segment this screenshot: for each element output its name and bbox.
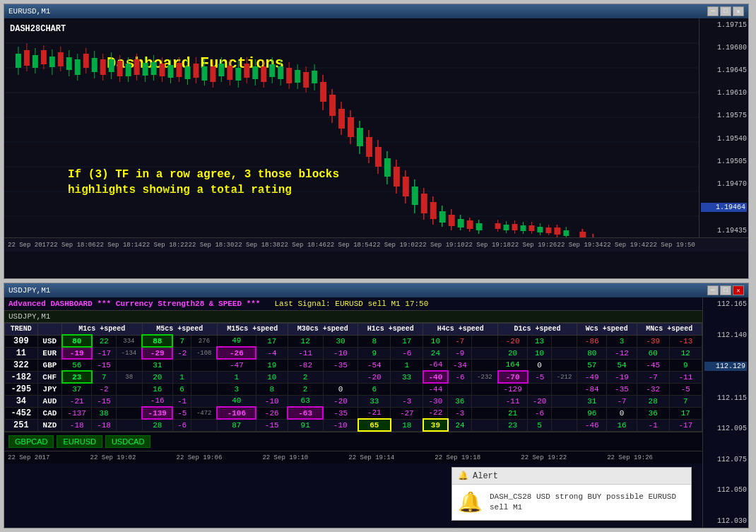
svg-rect-131 [554, 227, 560, 235]
btn-usdcad[interactable]: USDCAD [105, 435, 150, 448]
svg-rect-133 [563, 230, 569, 236]
cad-h4sp: -3 [448, 407, 472, 419]
eur-m5cs: -29 [142, 347, 172, 359]
chf-m5ex [191, 371, 218, 383]
usd-h1sp: 17 [391, 335, 423, 347]
svg-rect-41 [151, 62, 157, 75]
eur-wsp: -12 [607, 347, 637, 359]
svg-rect-95 [384, 158, 391, 177]
nzd-m30cs: 91 [288, 419, 323, 431]
svg-rect-125 [528, 225, 534, 231]
trend-chf: -182 [5, 371, 38, 383]
aud-m1sp: -15 [92, 395, 116, 407]
svg-rect-81 [320, 82, 326, 102]
svg-rect-21 [66, 57, 72, 70]
dtime-8: 22 Sep 19:26 [607, 454, 653, 461]
usd-m1ex: 334 [116, 335, 142, 347]
eur-h1sp: -6 [391, 347, 423, 359]
eur-m5sp: -2 [172, 347, 191, 359]
svg-rect-11 [24, 50, 30, 66]
time-3: 22 Sep 18:14 [96, 242, 142, 249]
svg-rect-15 [41, 50, 47, 64]
table-row: -452 CAD -137 38 -139 -5 -472 -106 -26 -… [5, 407, 702, 419]
gbp-h4cs: -64 [423, 359, 448, 371]
btn-gbpcad[interactable]: GBPCAD [8, 435, 54, 448]
gbp-h1sp: 1 [391, 359, 423, 371]
chf-mncs: -7 [637, 371, 669, 383]
chf-h1cs: -20 [358, 371, 391, 383]
gbp-m1sp: -15 [92, 359, 116, 371]
jpy-m1cs: 37 [62, 383, 92, 395]
cad-d1cs: 21 [498, 407, 528, 419]
gbp-m30sp: -35 [323, 359, 358, 371]
time-labels: 22 Sep 2017 22 Sep 18:06 22 Sep 18:14 22… [8, 242, 695, 249]
bell-small-icon: 🔔 [458, 471, 468, 481]
usd-m5sp: 7 [172, 335, 191, 347]
aud-h1cs: 33 [358, 395, 391, 407]
chf-h4cs: -40 [423, 371, 448, 383]
sub-ticker-bar: USDJPY,M1 [4, 311, 702, 323]
time-10: 22 Sep 19:10 [419, 242, 465, 249]
alert-header-text: Alert [473, 471, 498, 481]
svg-rect-35 [126, 64, 131, 76]
usd-h4sp: -7 [448, 335, 472, 347]
chf-wcs: -49 [577, 371, 607, 383]
chart-minimize[interactable]: — [707, 6, 719, 16]
nzd-m1ex [116, 419, 142, 431]
table-row: 322 GBP 56 -15 31 -47 19 -82 -35 -54 1 [5, 359, 702, 371]
btn-eurusd[interactable]: EURUSD [57, 435, 102, 448]
svg-rect-69 [269, 64, 275, 77]
cad-m5cs: -139 [142, 407, 172, 419]
svg-rect-47 [177, 63, 182, 77]
gbp-m15sp: 19 [256, 359, 288, 371]
dtime-5: 22 Sep 19:14 [348, 454, 394, 461]
dashboard-close[interactable]: ✕ [733, 285, 744, 295]
svg-rect-115 [476, 223, 483, 230]
dashboard-time-axis: 22 Sep 2017 22 Sep 19:02 22 Sep 19:06 22… [4, 451, 702, 463]
svg-rect-127 [537, 227, 543, 232]
eur-mncs: 60 [637, 347, 669, 359]
table-row: 251 NZD -18 -18 28 -6 87 -15 91 -10 65 1… [5, 419, 702, 431]
chart-area: DASH28CHART Dashboard Functions If (3) T… [4, 18, 748, 278]
cad-m1sp: 38 [92, 407, 116, 419]
price-1: 1.19715 [701, 21, 747, 29]
nzd-wsp: 16 [607, 419, 637, 431]
dtime-2: 22 Sep 19:02 [90, 454, 136, 461]
aud-h4sp: 36 [448, 395, 472, 407]
dprice-6: 112.050 [704, 486, 747, 494]
aud-d1cs: -11 [498, 395, 528, 407]
trend-cad: -452 [5, 407, 38, 419]
svg-rect-97 [394, 167, 400, 187]
current-price: 1.19464 [701, 203, 747, 212]
cad-m30cs: -63 [288, 407, 323, 419]
sub-ticker-text: USDJPY,M1 [8, 312, 50, 321]
trend-eur: 11 [5, 347, 38, 359]
chart-close[interactable]: ✕ [733, 6, 744, 16]
dtime-3: 22 Sep 19:06 [176, 454, 222, 461]
dashboard-table-body: 309 USD 80 22 334 88 7 276 49 17 12 30 8… [5, 335, 702, 431]
chart-maximize[interactable]: □ [720, 6, 731, 16]
dtime-4: 22 Sep 19:10 [262, 454, 308, 461]
gbp-m5cs: 31 [142, 359, 172, 371]
time-8: 22 Sep 18:54 [326, 242, 372, 249]
gbp-d1ex [552, 359, 577, 371]
aud-mncs: 28 [637, 395, 669, 407]
nzd-m15sp: -15 [256, 419, 288, 431]
svg-rect-19 [58, 52, 64, 66]
gbp-mncs: -45 [637, 359, 669, 371]
table-row: 11 EUR -19 -17 -134 -29 -2 -108 -26 -4 -… [5, 347, 702, 359]
nzd-h4sp: 24 [448, 419, 472, 431]
time-15: 22 Sep 19:50 [649, 242, 695, 249]
col-m5: M5cs +speed [142, 324, 217, 336]
nzd-d1ex [552, 419, 577, 431]
nzd-m5ex [191, 419, 218, 431]
aud-m5cs: -16 [142, 395, 172, 407]
dashboard-maximize[interactable]: □ [720, 285, 731, 295]
dashboard-price-axis: 112.165 112.140 112.129 112.115 112.095 … [702, 297, 748, 528]
dashboard-minimize[interactable]: — [707, 285, 719, 295]
cad-mnsp: 17 [669, 407, 702, 419]
trend-aud: 34 [5, 395, 38, 407]
currency-usd: USD [37, 335, 61, 347]
jpy-m30sp: 0 [323, 383, 358, 395]
dprice-7: 112.030 [704, 517, 747, 525]
